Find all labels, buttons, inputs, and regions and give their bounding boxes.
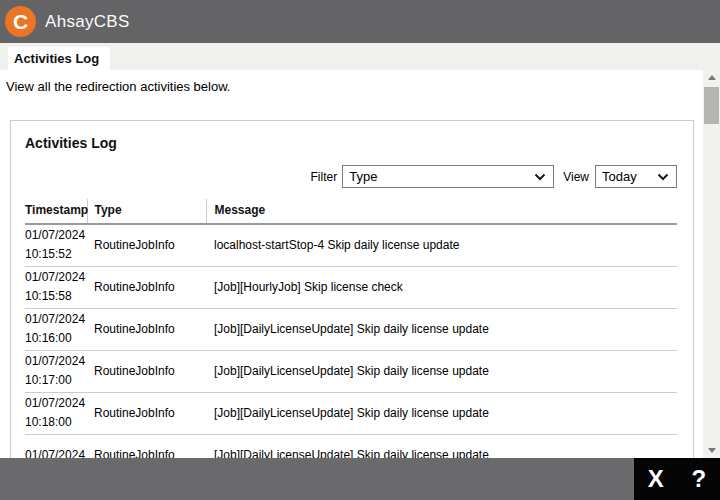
row-date: 01/07/2024 [25, 226, 87, 245]
row-type: RoutineJobInfo [87, 266, 206, 308]
col-header-timestamp: Timestamp [25, 199, 87, 224]
row-time: 10:16:00 [25, 329, 87, 348]
chevron-down-icon [534, 173, 546, 181]
tab-activities-log[interactable]: Activities Log [8, 47, 110, 70]
chevron-down-icon [657, 173, 669, 181]
scroll-up-button[interactable] [703, 70, 720, 85]
row-date: 01/07/2024 [25, 268, 87, 287]
app-header: C AhsayCBS [0, 0, 720, 43]
triangle-up-icon [708, 75, 716, 80]
tab-strip: Activities Log [0, 43, 720, 70]
table-row: 01/07/2024 10:15:58 RoutineJobInfo [Job]… [25, 266, 677, 308]
row-date: 01/07/2024 [25, 352, 87, 371]
main-content: View all the redirection activities belo… [0, 70, 720, 458]
help-button[interactable]: ? [692, 465, 707, 493]
activities-table: Timestamp Type Message 01/07/2024 10:15:… [25, 199, 677, 458]
intro-text: View all the redirection activities belo… [0, 70, 720, 94]
activities-log-panel: Activities Log Filter Type View Today Ti… [10, 120, 694, 458]
row-message: [Job][DailyLicenseUpdate] Skip daily lic… [206, 434, 677, 458]
row-time: 10:17:00 [25, 371, 87, 390]
row-time: 10:18:00 [25, 413, 87, 432]
panel-title: Activities Log [25, 135, 693, 151]
table-row: 01/07/2024 10:17:00 RoutineJobInfo [Job]… [25, 350, 677, 392]
filter-label: Filter [311, 170, 338, 184]
row-type: RoutineJobInfo [87, 392, 206, 434]
row-date: 01/07/2024 [25, 394, 87, 413]
row-type: RoutineJobInfo [87, 308, 206, 350]
table-row: 01/07/2024 10:18:00 RoutineJobInfo [Job]… [25, 392, 677, 434]
row-message: localhost-startStop-4 Skip daily license… [206, 224, 677, 266]
table-row: 01/07/2024 10:16:00 RoutineJobInfo [Job]… [25, 308, 677, 350]
row-message: [Job][HourlyJob] Skip license check [206, 266, 677, 308]
row-type: RoutineJobInfo [87, 224, 206, 266]
row-date: 01/07/2024 [25, 446, 87, 459]
brand-title: AhsayCBS [45, 12, 130, 32]
table-row: 01/07/2024 RoutineJobInfo [Job][DailyLic… [25, 434, 677, 458]
scrollbar-thumb[interactable] [704, 87, 719, 124]
col-header-type: Type [87, 199, 206, 224]
row-message: [Job][DailyLicenseUpdate] Skip daily lic… [206, 308, 677, 350]
row-message: [Job][DailyLicenseUpdate] Skip daily lic… [206, 350, 677, 392]
row-type: RoutineJobInfo [87, 434, 206, 458]
filter-row: Filter Type View Today [11, 165, 677, 188]
table-header-row: Timestamp Type Message [25, 199, 677, 224]
triangle-down-icon [708, 448, 716, 453]
view-period-select[interactable]: Today [595, 165, 677, 188]
row-date: 01/07/2024 [25, 310, 87, 329]
row-time: 10:15:58 [25, 287, 87, 306]
row-type: RoutineJobInfo [87, 350, 206, 392]
view-period-value: Today [602, 169, 637, 184]
activities-table-body: 01/07/2024 10:15:52 RoutineJobInfo local… [25, 224, 677, 458]
scroll-down-button[interactable] [703, 443, 720, 458]
footer-filler [0, 458, 634, 500]
close-button[interactable]: X [648, 465, 664, 493]
row-message: [Job][DailyLicenseUpdate] Skip daily lic… [206, 392, 677, 434]
footer-actions: X ? [634, 458, 720, 500]
footer-bar: X ? [0, 458, 720, 500]
row-time: 10:15:52 [25, 245, 87, 264]
table-row: 01/07/2024 10:15:52 RoutineJobInfo local… [25, 224, 677, 266]
ahsay-logo-icon: C [5, 6, 36, 37]
view-label: View [563, 170, 589, 184]
filter-type-select[interactable]: Type [342, 165, 554, 188]
col-header-message: Message [206, 199, 677, 224]
vertical-scrollbar[interactable] [703, 70, 720, 458]
filter-type-value: Type [349, 169, 377, 184]
